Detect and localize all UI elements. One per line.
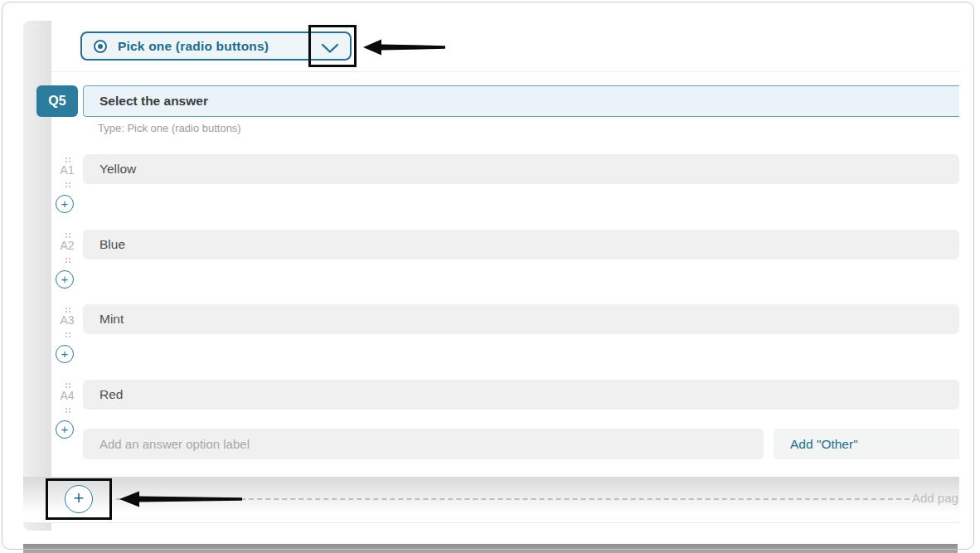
- question-number-badge: Q5: [36, 85, 78, 117]
- drag-dots-icon: [65, 258, 67, 260]
- insert-answer-button[interactable]: +: [56, 420, 74, 439]
- drag-dots-icon: [65, 308, 67, 309]
- add-page-label: Add page: [912, 491, 959, 505]
- answer-option-row: A2 Blue +: [51, 230, 959, 298]
- question-type-label: Pick one (radio buttons): [118, 39, 269, 54]
- answer-option-input[interactable]: Yellow: [83, 154, 959, 184]
- next-page-edge: [23, 544, 958, 553]
- answer-id-label: A1: [51, 163, 83, 177]
- drag-dots-icon: [65, 383, 67, 385]
- section-divider: [51, 71, 959, 72]
- insert-answer-button[interactable]: +: [56, 195, 74, 213]
- drag-dots-icon: [65, 233, 67, 235]
- answer-option-row: A3 Mint +: [51, 304, 959, 373]
- answer-option-row: A1 Yellow +: [51, 154, 959, 223]
- answer-option-input[interactable]: Blue: [83, 230, 959, 260]
- radio-dot: [98, 44, 103, 49]
- drag-dots-icon: [65, 332, 67, 334]
- radio-button-icon: [94, 40, 107, 53]
- annotation-arrow-dropdown: [362, 38, 445, 56]
- drag-dots-icon: [65, 182, 67, 184]
- question-type-caption: Type: Pick one (radio buttons): [98, 122, 241, 134]
- annotation-box-dropdown: [308, 25, 357, 67]
- add-other-button[interactable]: Add "Other": [774, 429, 959, 459]
- survey-builder-screen: Pick one (radio buttons) Q5 Type: Pick o…: [0, 0, 980, 553]
- answer-option-input[interactable]: Red: [83, 380, 959, 410]
- answer-option-input[interactable]: Mint: [83, 304, 959, 334]
- answer-id-label: A3: [51, 313, 83, 327]
- annotation-box-add-page: [46, 478, 112, 520]
- answer-id-label: A2: [51, 239, 83, 252]
- add-answer-input[interactable]: [83, 429, 764, 459]
- drag-dots-icon: [65, 158, 67, 159]
- answer-option-list: A1 Yellow + A2 Blue +: [51, 148, 959, 448]
- drag-dots-icon: [65, 408, 67, 410]
- answer-id-label: A4: [51, 389, 83, 402]
- page-canvas: Pick one (radio buttons) Q5 Type: Pick o…: [0, 0, 959, 553]
- annotation-arrow-add-page: [119, 490, 242, 508]
- question-title-input[interactable]: [83, 85, 959, 117]
- insert-answer-button[interactable]: +: [56, 345, 74, 363]
- insert-answer-button[interactable]: +: [56, 270, 74, 289]
